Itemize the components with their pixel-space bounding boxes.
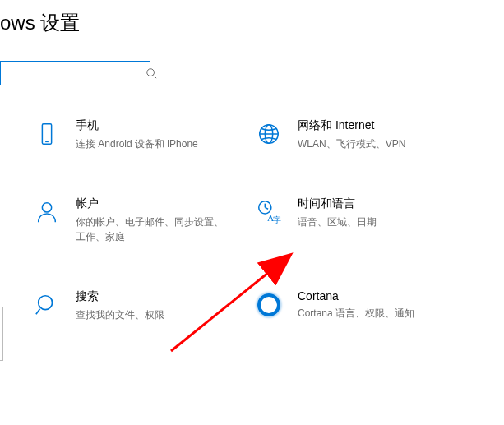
setting-desc: Cortana 语言、权限、通知	[298, 306, 414, 321]
setting-item-time-language[interactable]: A 字 时间和语言 语音、区域、日期	[255, 196, 477, 244]
search-input[interactable]	[7, 67, 146, 80]
svg-line-14	[36, 309, 40, 315]
setting-title: 手机	[76, 118, 198, 133]
setting-desc: WLAN、飞行模式、VPN	[298, 136, 405, 151]
setting-text: 搜索 查找我的文件、权限	[76, 289, 164, 322]
svg-point-7	[42, 203, 51, 212]
magnifier-icon	[33, 291, 61, 319]
search-container	[0, 61, 504, 85]
svg-line-1	[154, 76, 157, 79]
setting-item-accounts[interactable]: 帐户 你的帐户、电子邮件、同步设置、工作、家庭	[33, 196, 255, 244]
svg-point-13	[39, 296, 53, 310]
settings-grid: 手机 连接 Android 设备和 iPhone 网络和 Internet WL…	[33, 118, 504, 322]
search-icon	[146, 67, 157, 79]
setting-desc: 查找我的文件、权限	[76, 307, 164, 322]
setting-text: 手机 连接 Android 设备和 iPhone	[76, 118, 198, 151]
setting-text: 网络和 Internet WLAN、飞行模式、VPN	[298, 118, 405, 151]
setting-title: 网络和 Internet	[298, 118, 405, 133]
globe-icon	[255, 120, 283, 148]
setting-text: Cortana Cortana 语言、权限、通知	[298, 289, 414, 321]
setting-title: 帐户	[76, 196, 224, 211]
phone-icon	[33, 120, 61, 148]
setting-item-phone[interactable]: 手机 连接 Android 设备和 iPhone	[33, 118, 255, 151]
svg-rect-2	[42, 124, 51, 144]
setting-item-cortana[interactable]: Cortana Cortana 语言、权限、通知	[255, 289, 477, 322]
setting-title: Cortana	[298, 289, 414, 303]
setting-title: 搜索	[76, 289, 164, 304]
svg-point-0	[147, 69, 155, 76]
setting-item-search[interactable]: 搜索 查找我的文件、权限	[33, 289, 255, 322]
setting-text: 时间和语言 语音、区域、日期	[298, 196, 377, 229]
page-title: ows 设置	[0, 0, 504, 36]
setting-desc: 你的帐户、电子邮件、同步设置、工作、家庭	[76, 215, 224, 244]
setting-title: 时间和语言	[298, 196, 377, 211]
setting-desc: 连接 Android 设备和 iPhone	[76, 136, 198, 151]
person-icon	[33, 198, 61, 226]
svg-line-10	[265, 207, 268, 209]
sidebar-fragment	[0, 307, 3, 361]
search-box[interactable]	[0, 61, 150, 85]
setting-text: 帐户 你的帐户、电子邮件、同步设置、工作、家庭	[76, 196, 224, 244]
setting-item-network[interactable]: 网络和 Internet WLAN、飞行模式、VPN	[255, 118, 477, 151]
time-language-icon: A 字	[255, 198, 283, 226]
cortana-icon	[255, 291, 283, 319]
setting-desc: 语音、区域、日期	[298, 215, 377, 229]
svg-text:字: 字	[273, 215, 281, 224]
